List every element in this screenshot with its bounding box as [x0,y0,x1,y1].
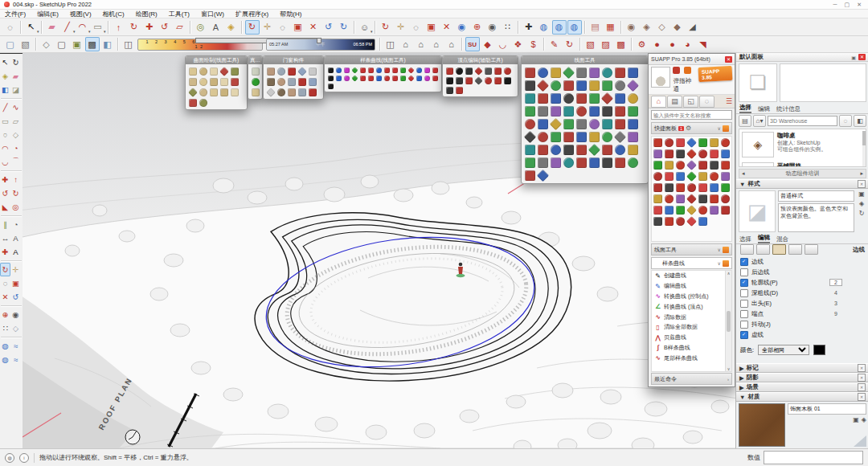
palette-icon[interactable] [525,106,535,117]
sandbox-from-contours-icon[interactable]: ▤ [588,20,603,35]
palette-icon[interactable] [199,88,207,96]
palette-icon[interactable] [536,169,548,181]
menu-item-8[interactable]: 帮助(H) [280,10,301,18]
suapp-m-button-icon[interactable]: ◆ [481,37,495,51]
chevron-right-icon[interactable]: › [727,377,729,382]
material-name-field[interactable]: 饰面木板 01 [788,403,866,415]
palette-icon[interactable] [252,78,260,86]
move-tool-icon[interactable]: ✚ [0,173,10,186]
section-outline-toggle-icon[interactable]: ≈ [10,353,21,366]
monochrome-style-icon[interactable]: ◧ [100,37,115,51]
palette-icon[interactable] [277,78,285,86]
palette-icon[interactable] [551,67,561,78]
look-at-tool-icon[interactable]: ◉ [455,20,469,35]
plugin-knife-button-icon[interactable]: ✎ [547,37,562,51]
pan-tool-icon[interactable]: ✛ [10,263,21,276]
palette-icon[interactable] [525,157,535,168]
dropdown-arrow-icon[interactable]: ▾ [104,29,106,34]
suapp-quick-panel-bar[interactable]: 快捷面板 1 ⚙ ∨ [651,122,732,134]
modeling-settings-icon[interactable] [805,244,818,255]
walk-tool-icon[interactable]: ∷ [0,321,10,335]
palette-icon[interactable] [589,106,600,117]
palette-icon[interactable] [628,119,638,129]
menu-item-0[interactable]: 文件(F) [5,10,26,18]
palette-icon[interactable] [615,106,625,117]
user-avatar[interactable] [651,67,670,88]
rotated-rectangle-tool-icon[interactable]: ▱ [10,114,21,128]
palette-icon[interactable] [576,157,587,168]
flip-edge-tool-icon[interactable]: ◢ [686,20,700,35]
palette-icon[interactable] [665,194,674,203]
palette-icon[interactable] [615,145,625,155]
palette-icon[interactable] [686,149,697,159]
palette-icon[interactable] [465,67,473,75]
suapp-command-item[interactable]: ∫B样条曲线 [652,343,731,354]
palette-icon[interactable] [602,132,612,142]
orbit-tool-icon[interactable]: ↻ [0,263,10,276]
rotate-tool-icon[interactable]: ↺ [158,20,172,35]
suapp-command-item[interactable]: ✎创建曲线 [652,271,731,281]
previous-view-tool-icon[interactable]: ↺ [10,290,21,304]
palette-icon[interactable] [613,130,625,142]
palette-icon[interactable] [474,67,482,75]
palette-icon[interactable] [686,205,697,215]
scale-tool-icon[interactable]: ◣ [0,200,10,214]
palette-icon[interactable] [551,93,561,104]
palette-icon[interactable] [721,183,730,192]
palette-icon[interactable] [199,78,207,86]
prev-icon[interactable]: ◂ [742,170,745,177]
palette-title[interactable]: 顶点编辑(辅助工具) [443,56,518,64]
palette-icon[interactable] [309,67,317,76]
lasso-orbit-tool-icon[interactable]: ↻ [10,55,21,69]
zoom-tool-icon[interactable]: ◌ [0,276,10,290]
components-tab-2[interactable]: 统计信息 [776,105,800,113]
measurement-input[interactable] [764,451,863,464]
wireframe-style-icon[interactable]: ◇ [39,37,54,51]
add-detail-tool-icon[interactable]: ◆ [670,20,685,35]
palette-icon[interactable] [351,67,358,73]
section-close-icon[interactable]: ✕ [858,364,866,372]
warehouse-search-input[interactable] [768,116,837,126]
zoom-extents-tool-icon[interactable]: ✕ [306,20,321,35]
palette-icon[interactable] [309,88,317,96]
suapp-dollar-button-icon[interactable]: $ [526,37,541,51]
plugin-box3-button-icon[interactable]: ▩ [614,37,628,51]
palette-icon[interactable] [602,67,612,78]
style-name-field[interactable]: 普通样式 [778,190,854,202]
palette-icon[interactable] [360,76,366,81]
suapp-close-icon[interactable]: ✕ [725,56,732,63]
palette-icon[interactable] [407,67,414,73]
palette-icon[interactable] [456,67,463,75]
suapp-command-item[interactable]: ∠转换曲线 (顶点) [652,301,731,312]
palette-icon[interactable] [576,93,587,104]
back-edges-style-icon[interactable]: ▧ [18,37,33,51]
palette-icon[interactable] [220,88,228,96]
checkbox-1[interactable] [740,268,748,276]
look-around-tool-icon[interactable]: ◉ [485,20,500,35]
palette-icon[interactable] [298,78,306,86]
palette-icon[interactable] [210,67,218,76]
watermark-settings-icon[interactable] [788,244,802,255]
palette-icon[interactable] [231,78,239,86]
palette-icon[interactable] [721,138,730,147]
palette-icon[interactable] [351,75,358,81]
palette-icon[interactable] [576,132,587,142]
palette-icon[interactable] [698,138,707,147]
collections-icon[interactable]: ◧ [854,115,866,127]
palette-icon[interactable] [485,77,492,84]
palette-icon[interactable] [277,88,285,96]
palette-icon[interactable] [277,67,285,76]
zoom-window-tool-2-icon[interactable]: ▣ [424,20,439,35]
palette-icon[interactable] [665,161,674,170]
sandbox-from-scratch-icon[interactable]: ▦ [604,20,618,35]
paint-bucket-tool-icon[interactable]: ◈ [224,20,239,35]
plugin-box2-button-icon[interactable]: ▨ [599,37,613,51]
section-fill-toggle-icon[interactable]: ◍ [0,353,10,366]
panel-toggle-icon[interactable] [723,247,729,253]
palette-icon[interactable] [288,67,296,76]
iso-view-icon[interactable]: ◫ [383,37,398,51]
chevron-down-icon[interactable]: ∨ [718,247,721,252]
palette-icon[interactable] [563,80,574,91]
offset-tool-icon[interactable]: ◎ [10,200,21,214]
palette-icon[interactable] [504,67,511,75]
